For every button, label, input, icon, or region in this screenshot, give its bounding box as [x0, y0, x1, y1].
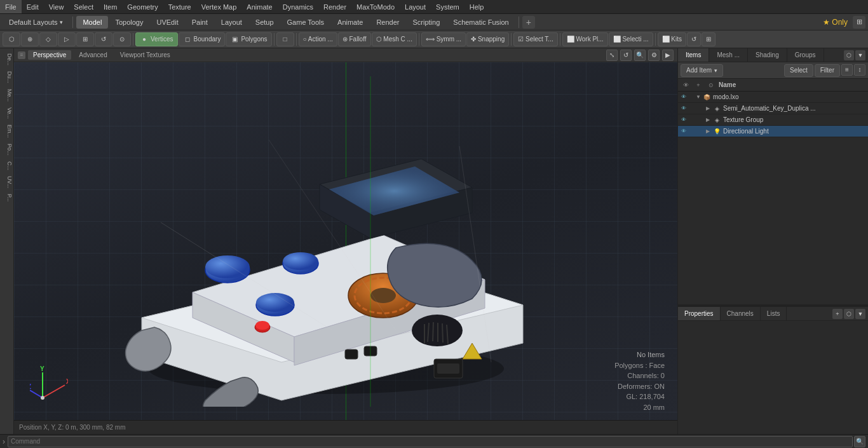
item-vis-eye-light[interactable]: 👁 [679, 127, 688, 136]
viewport-ctrl-zoom[interactable]: 🔍 [634, 50, 646, 61]
select-button[interactable]: Select [784, 64, 813, 77]
menu-item-dynamics[interactable]: Dynamics [278, 0, 318, 13]
render-col-icon[interactable]: ⊙ [706, 80, 716, 90]
toolbar1-tab-topology[interactable]: Topology [109, 16, 149, 29]
menu-item-maxtomodo[interactable]: MaxToModo [351, 0, 400, 13]
item-directional-light[interactable]: 👁 ▶ 💡 Directional Light [678, 126, 868, 137]
menu-item-help[interactable]: Help [465, 0, 489, 13]
item-expand-modo[interactable]: ▼ [696, 94, 702, 100]
filter-button[interactable]: Filter [815, 64, 840, 77]
add-layout-button[interactable]: + [522, 16, 535, 29]
toolbar1-tab-render[interactable]: Render [370, 16, 405, 29]
viewport-ctrl-expand[interactable]: ▶ [662, 50, 674, 61]
select-t-button[interactable]: ☑ Select T... [513, 32, 558, 46]
tb2-grid[interactable]: ⊞ [702, 32, 715, 46]
item-expand-tex[interactable]: ▶ [706, 117, 712, 123]
star-only-button[interactable]: ★ Only [819, 17, 851, 28]
prop-tab-lists[interactable]: Lists [761, 307, 787, 320]
item-vis-eye-semi[interactable]: 👁 [679, 104, 688, 113]
falloff-button[interactable]: ⊛ Falloff [338, 32, 371, 46]
vertices-button[interactable]: ●Vertices [135, 32, 178, 46]
maximize-button[interactable]: ⊞ [853, 16, 865, 29]
left-btn-p[interactable]: P... [1, 191, 13, 204]
toolbar1-tab-model[interactable]: Model [76, 16, 108, 29]
viewport-tab-perspective[interactable]: Perspective [28, 50, 71, 60]
left-btn-uv[interactable]: UV... [1, 173, 13, 191]
items-col-settings[interactable]: ≡ [841, 64, 853, 76]
viewport-canvas[interactable]: X Y Z No Items Polygons : Face Channels:… [14, 62, 677, 420]
toolbar1-tab-setup[interactable]: Setup [249, 16, 280, 29]
menu-item-system[interactable]: System [431, 0, 465, 13]
item-expand-light[interactable]: ▶ [706, 128, 712, 134]
left-btn-ve[interactable]: Ve... [1, 105, 13, 121]
viewport-tab-textures[interactable]: Viewport Textures [115, 50, 175, 60]
right-panel-expand[interactable]: ⬡ [844, 50, 854, 60]
item-vis-eye-tex[interactable]: 👁 [679, 116, 688, 125]
tab-shading[interactable]: Shading [748, 48, 787, 62]
tab-groups[interactable]: Groups [787, 48, 824, 62]
left-btn-c[interactable]: C... [1, 159, 13, 173]
prop-tab-properties[interactable]: Properties [678, 307, 721, 320]
snapping-button[interactable]: ✤ Snapping [466, 32, 509, 46]
menu-item-texture[interactable]: Texture [163, 0, 196, 13]
menu-item-vertex-map[interactable]: Vertex Map [196, 0, 242, 13]
viewport-ctrl-settings[interactable]: ⚙ [648, 50, 660, 61]
tab-items[interactable]: Items [678, 48, 709, 62]
item-texture-group[interactable]: 👁 ▶ ◈ Texture Group [678, 114, 868, 126]
mesh-c-button[interactable]: ⬡ Mesh C ... [372, 32, 417, 46]
left-btn-de[interactable]: De... [1, 51, 13, 68]
toolbar1-tab-game-tools[interactable]: Game Tools [281, 16, 331, 29]
items-sort[interactable]: ↕ [854, 64, 865, 76]
menu-item-item[interactable]: Item [98, 0, 122, 13]
menu-item-select[interactable]: Select [69, 0, 98, 13]
left-btn-me[interactable]: Me... [1, 86, 13, 104]
viewport-ctrl-rotate[interactable]: ↺ [620, 50, 632, 61]
left-btn-po[interactable]: Po... [1, 141, 13, 158]
menu-item-layout[interactable]: Layout [400, 0, 431, 13]
mode-icon4[interactable]: ▷ [58, 32, 76, 46]
default-layouts-dropdown[interactable]: Default Layouts ▾ [3, 16, 69, 29]
menu-item-edit[interactable]: Edit [22, 0, 44, 13]
menu-item-render[interactable]: Render [318, 0, 351, 13]
left-btn-em[interactable]: Em... [1, 122, 13, 140]
item-vis-eye[interactable]: 👁 [679, 93, 688, 102]
menu-item-view[interactable]: View [44, 0, 69, 13]
action-button[interactable]: ○ Action ... [299, 32, 337, 46]
mode-icon7[interactable]: ⊙ [113, 32, 131, 46]
boundary-button[interactable]: ◻Boundary [179, 32, 226, 46]
prop-add-icon[interactable]: + [832, 309, 843, 319]
item-semi-auto[interactable]: 👁 ▶ ◈ Semi_Automatic_Key_Duplica ... [678, 103, 868, 114]
select-mode-icon[interactable]: □ [276, 32, 294, 46]
mode-icon5[interactable]: ⊞ [76, 32, 94, 46]
mode-icon6[interactable]: ↺ [95, 32, 112, 46]
viewport-menu-btn[interactable]: ≡ [18, 51, 25, 59]
command-input[interactable] [8, 436, 853, 447]
symm-button[interactable]: ⟺ Symm ... [421, 32, 466, 46]
toolbar1-tab-scripting[interactable]: Scripting [407, 16, 447, 29]
mode-icon3[interactable]: ◇ [39, 32, 57, 46]
viewport-ctrl-home[interactable]: ⤡ [606, 50, 618, 61]
toolbar1-tab-animate[interactable]: Animate [331, 16, 369, 29]
tb2-rotate[interactable]: ↺ [687, 32, 701, 46]
item-modo-lxo[interactable]: 👁 ▼ 📦 modo.lxo [678, 92, 868, 103]
toolbar1-tab-paint[interactable]: Paint [186, 16, 214, 29]
prop-collapse-icon[interactable]: ▼ [855, 309, 865, 319]
menu-item-animate[interactable]: Animate [241, 0, 277, 13]
kits-button[interactable]: ⬜ Kits [658, 32, 686, 46]
prop-expand-icon[interactable]: ⬡ [844, 309, 854, 319]
add-item-button[interactable]: Add Item ▾ [681, 64, 723, 77]
toolbar1-tab-layout[interactable]: Layout [215, 16, 248, 29]
left-btn-du[interactable]: Du... [1, 69, 13, 86]
visibility-col-icon[interactable]: 👁 [681, 80, 691, 90]
command-search-btn[interactable]: 🔍 [854, 436, 865, 447]
prop-tab-channels[interactable]: Channels [721, 307, 761, 320]
menu-item-geometry[interactable]: Geometry [122, 0, 163, 13]
polygons-button[interactable]: ▣Polygons [226, 32, 271, 46]
toolbar1-tab-schematic-fusion[interactable]: Schematic Fusion [447, 16, 515, 29]
menu-item-file[interactable]: File [0, 0, 22, 13]
viewport-tab-advanced[interactable]: Advanced [74, 50, 112, 60]
mode-icon1[interactable]: ⬡ [3, 32, 20, 46]
selecti-button[interactable]: ⬜ Selecti ... [609, 32, 653, 46]
work-pl-button[interactable]: ⬜ Work Pl... [562, 32, 608, 46]
item-expand-semi[interactable]: ▶ [706, 105, 712, 111]
